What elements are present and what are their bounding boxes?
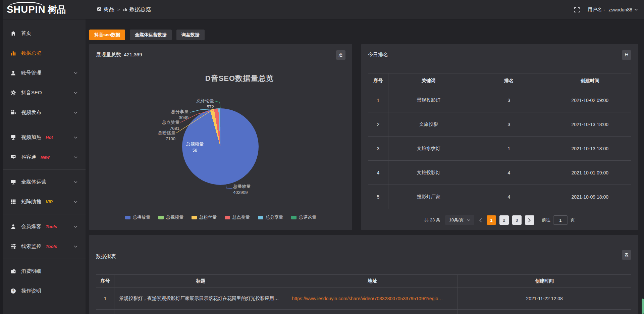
total-toggle-button[interactable]: 总	[336, 50, 345, 60]
sidebar-item-home[interactable]: 首页	[0, 23, 86, 43]
table-header-row: 序号 标题 地址 创建时间	[96, 275, 631, 287]
sidebar-item-member-burst[interactable]: 会员爆客 Tools	[0, 217, 86, 237]
sidebar-item-douketong[interactable]: 抖客通 New	[0, 147, 86, 167]
dashboard-page: SHUPIN 树品 树品 > 数据总览	[0, 0, 644, 314]
table-row: 1 景观投影灯 3 2021-10-02 09:00	[368, 88, 631, 112]
cell-index: 2	[368, 112, 388, 137]
sidebar-item-data-overview[interactable]: 数据总览	[0, 43, 86, 63]
ranking-panel-title: 今日排名	[368, 52, 388, 58]
sidebar-item-consumption[interactable]: 消费明细	[0, 261, 86, 281]
goto-page-input[interactable]	[553, 215, 568, 225]
col-created: 创建时间	[549, 73, 631, 88]
sidebar-item-instructions[interactable]: ? 操作说明	[0, 281, 86, 301]
username-label: 用户名：	[588, 7, 606, 13]
question-icon: ?	[10, 288, 16, 294]
page-button-3[interactable]: 3	[512, 215, 522, 225]
menu-divider	[0, 125, 86, 125]
page-button-2[interactable]: 2	[499, 215, 509, 225]
tools-badge: Tools	[46, 244, 57, 249]
svg-text:?: ?	[12, 289, 14, 293]
tab-douyin-seo[interactable]: 抖音seo数据	[89, 30, 125, 40]
legend-item-shares[interactable]: 总分享量	[258, 214, 283, 220]
legend-item-fans[interactable]: 总粉丝量	[192, 214, 217, 220]
table-toggle-button[interactable]: 表	[622, 250, 631, 260]
legend-swatch	[291, 216, 297, 219]
tools-badge: Tools	[46, 224, 57, 229]
legend-swatch	[225, 216, 230, 219]
cell-index: 1	[368, 88, 388, 112]
scrollbar-thumb[interactable]	[642, 299, 644, 314]
pagination-total: 共 23 条	[424, 217, 440, 223]
pie-chart-area: D音SEO数据量总览 总评论量572 总分享量3049 总点赞量7681 总粉丝…	[89, 66, 352, 230]
cell-index: 3	[368, 137, 388, 161]
sidebar-item-label: 数据总览	[21, 50, 41, 56]
comment-icon	[10, 154, 16, 160]
header-right: 用户名：zswodun88	[574, 7, 644, 13]
cell-created: 2021-10-02 09:00	[549, 88, 631, 112]
gear-icon	[10, 90, 16, 96]
chevron-down-icon	[74, 181, 77, 184]
video-camera-icon	[10, 110, 16, 116]
col-keyword: 关键词	[388, 73, 469, 88]
sidebar-item-account[interactable]: 账号管理	[0, 63, 86, 83]
breadcrumb-root[interactable]: 树品	[97, 6, 114, 13]
page-button-1[interactable]: 1	[487, 215, 496, 225]
breadcrumb-current[interactable]: 数据总览	[123, 6, 151, 13]
sidebar-item-label: 全媒体运营	[21, 179, 46, 185]
sidebar-item-lead-monitor[interactable]: 线索监控 Tools	[0, 237, 86, 256]
cell-rank: 3	[469, 112, 549, 137]
col-index: 序号	[96, 275, 114, 287]
impressions-total: 展现量总数: 421,369	[96, 52, 142, 58]
chart-legend: 总播放量 总视频量 总粉丝量 总点赞量 总分享量 总评论量	[89, 214, 352, 220]
cell-index: 4	[368, 161, 388, 185]
next-page-button[interactable]	[525, 215, 534, 225]
prev-page-button[interactable]	[478, 218, 483, 222]
bar-chart-icon	[10, 50, 16, 56]
sidebar-item-video-publish[interactable]: 视频发布	[0, 103, 86, 122]
legend-item-plays[interactable]: 总播放量	[125, 214, 150, 220]
col-rank: 排名	[469, 73, 549, 88]
tab-inquiry[interactable]: 询盘数据	[176, 30, 205, 40]
overview-panel: 展现量总数: 421,369 总 D音SEO数据量总览 总评论量572 总分享量…	[89, 44, 352, 230]
cell-keyword: 文旅投影	[388, 112, 469, 137]
col-title: 标题	[114, 275, 287, 287]
legend-swatch	[192, 216, 197, 219]
col-index: 序号	[368, 73, 388, 88]
cell-rank: 4	[469, 185, 549, 209]
ranking-panel-header: 今日排名 日	[361, 44, 638, 66]
sidebar-item-matrix-boost[interactable]: 矩阵助推 VIP	[0, 192, 86, 212]
cell-created: 2021-10-09 18:00	[549, 185, 631, 209]
user-menu[interactable]: 用户名：zswodun88	[588, 7, 638, 13]
sidebar-item-video-heat[interactable]: 视频加热 Hot	[0, 127, 86, 147]
legend-swatch	[125, 216, 130, 219]
screen-icon	[10, 135, 16, 141]
legend-swatch	[258, 216, 263, 219]
sidebar-item-label: 视频加热	[21, 134, 41, 141]
fullscreen-icon[interactable]	[574, 7, 580, 12]
sidebar-item-label: 矩阵助推	[21, 199, 41, 205]
pie-label-fans: 总粉丝量7100	[145, 130, 175, 142]
col-url: 地址	[287, 275, 458, 287]
legend-item-likes[interactable]: 总点赞量	[225, 214, 250, 220]
logo-text-en: SHUPIN	[7, 5, 46, 14]
tab-media-operation[interactable]: 全媒体运营数据	[130, 30, 172, 40]
col-created: 创建时间	[458, 275, 631, 287]
member-icon	[10, 224, 16, 230]
breadcrumb-root-label: 树品	[104, 6, 114, 13]
logo-text-cn: 树品	[48, 5, 66, 14]
table-row: 3 文旅水纹灯 1 2021-10-13 18:00	[368, 137, 631, 161]
page-size-select[interactable]: 10条/页	[445, 215, 474, 225]
sidebar-item-media-operation[interactable]: 全媒体运营	[0, 172, 86, 192]
table-row: 1 景观投影灯，夜游景观投影灯厂家展示展示落花灯在花园里的灯光投影应用效果 # …	[96, 287, 631, 310]
legend-item-comments[interactable]: 总评论量	[291, 214, 316, 220]
day-toggle-button[interactable]: 日	[622, 50, 631, 60]
chevron-down-icon	[74, 225, 77, 228]
chevron-down-icon	[74, 245, 77, 248]
sidebar-item-douyin-seo[interactable]: 抖音SEO	[0, 83, 86, 103]
menu-divider	[0, 214, 86, 214]
app-logo[interactable]: SHUPIN 树品	[0, 5, 86, 14]
legend-item-videos[interactable]: 总视频量	[158, 214, 183, 220]
goto-suffix: 页	[571, 217, 575, 223]
table-row: 2 文旅投影 3 2021-10-13 18:00	[368, 112, 631, 137]
video-link[interactable]: https://www.iesdouyin.com/share/video/70…	[292, 296, 443, 301]
